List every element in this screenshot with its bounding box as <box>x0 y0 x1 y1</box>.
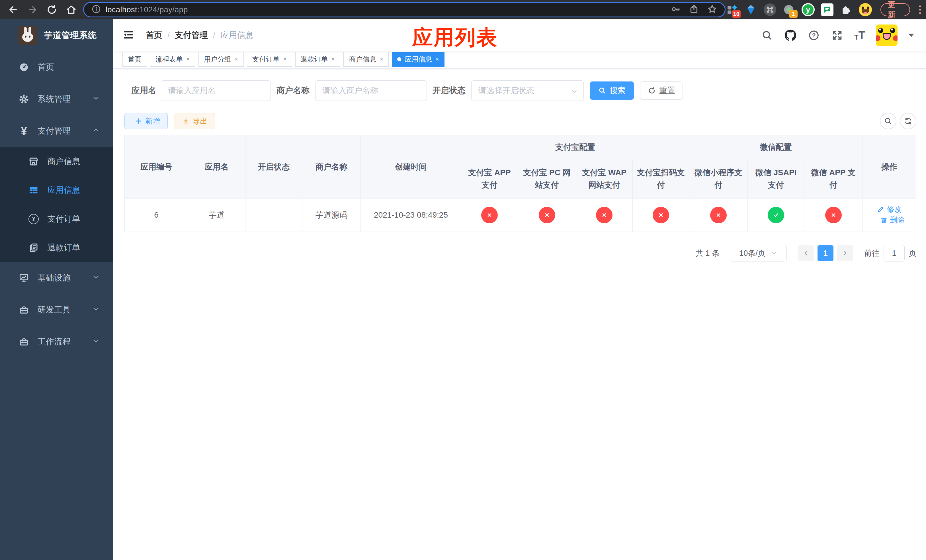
sidebar-item-app-info[interactable]: 应用信息 <box>0 176 113 204</box>
toolbox-icon <box>18 304 30 316</box>
github-icon[interactable] <box>784 29 797 42</box>
status-dot-extension-icon[interactable]: 1 <box>782 3 795 16</box>
sidebar-item-system[interactable]: 系统管理 <box>0 83 113 115</box>
col-alipay-app: 支付宝 APP 支付 <box>461 159 518 198</box>
search-button[interactable]: 搜索 <box>590 82 634 100</box>
browser-update-button[interactable]: 更新 <box>881 3 910 16</box>
prev-page-button[interactable] <box>798 245 814 261</box>
user-avatar[interactable] <box>876 24 897 46</box>
col-app-id: 应用编号 <box>125 135 188 198</box>
merchant-name-input[interactable] <box>315 80 427 101</box>
cross-circle-icon <box>710 207 727 223</box>
next-page-button[interactable] <box>837 245 853 261</box>
gem-extension-icon[interactable] <box>744 3 757 16</box>
breadcrumb: 首页 / 支付管理 / 应用信息 <box>146 30 253 41</box>
share-icon[interactable] <box>689 4 699 15</box>
command-extension-icon[interactable] <box>764 3 776 16</box>
sidebar-item-workflow[interactable]: 工作流程 <box>0 326 113 358</box>
bookmark-star-icon[interactable] <box>707 4 717 15</box>
page-unit-label: 页 <box>909 248 916 258</box>
sidebar-item-payment[interactable]: ¥ 支付管理 <box>0 115 113 147</box>
extension-badge: 10 <box>732 10 741 18</box>
cell-merchant: 芋道源码 <box>303 198 361 232</box>
page-size-select[interactable]: 10条/页 <box>730 245 787 262</box>
y-logo-extension-icon[interactable]: y <box>802 3 815 16</box>
delete-link[interactable]: 删除 <box>880 215 905 225</box>
search-icon[interactable] <box>761 29 773 42</box>
breadcrumb-payment[interactable]: 支付管理 <box>175 30 208 41</box>
password-key-icon[interactable] <box>670 4 681 15</box>
svg-text:?: ? <box>812 32 816 38</box>
site-info-icon[interactable] <box>91 4 101 15</box>
yen-icon: ¥ <box>18 125 30 137</box>
col-actions: 操作 <box>862 135 916 198</box>
col-alipay-pc: 支付宝 PC 网站支付 <box>518 159 576 198</box>
reload-icon[interactable] <box>46 4 57 15</box>
url-text[interactable]: localhost:1024/pay/app <box>106 5 670 14</box>
tab-refund-orders[interactable]: 退款订单× <box>295 52 340 67</box>
font-size-icon[interactable]: TT <box>854 30 865 41</box>
chevron-down-icon <box>92 337 100 347</box>
browser-menu-icon[interactable] <box>919 5 921 14</box>
group-wechat-config: 微信配置 <box>689 135 862 159</box>
tab-merchant-info[interactable]: 商户信息× <box>343 52 389 67</box>
cell-actions: 修改 删除 <box>862 198 916 232</box>
collections-extension-icon[interactable]: 10 <box>726 3 738 16</box>
status-select[interactable] <box>471 80 584 101</box>
sidebar-item-home[interactable]: 首页 <box>0 51 113 83</box>
app-name-label: 应用名 <box>132 85 156 96</box>
chevron-right-icon <box>841 250 849 257</box>
col-app-name: 应用名 <box>188 135 245 198</box>
reset-button[interactable]: 重置 <box>640 82 683 100</box>
merchant-name-label: 商户名称 <box>277 85 310 96</box>
sidebar-item-infrastructure[interactable]: 基础设施 <box>0 262 113 294</box>
cell-app-name: 芋道 <box>188 198 245 232</box>
close-icon[interactable]: × <box>436 56 439 62</box>
hamburger-icon[interactable] <box>123 29 135 42</box>
documents-icon <box>28 242 39 254</box>
col-created: 创建时间 <box>361 135 461 198</box>
close-icon[interactable]: × <box>331 56 335 62</box>
breadcrumb-home[interactable]: 首页 <box>146 30 162 41</box>
home-icon[interactable] <box>65 4 77 15</box>
tab-app-info[interactable]: 应用信息× <box>392 52 445 67</box>
close-icon[interactable]: × <box>380 56 383 62</box>
edit-link[interactable]: 修改 <box>877 204 902 215</box>
sidebar-item-refund-orders[interactable]: 退款订单 <box>0 233 113 262</box>
sidebar-logo-row[interactable]: 芋道管理系统 <box>0 20 113 51</box>
goto-page-input[interactable] <box>884 245 905 262</box>
tab-user-group[interactable]: 用户分组× <box>198 52 244 67</box>
cell-created: 2021-10-23 08:49:25 <box>361 198 461 232</box>
sidebar-item-pay-orders[interactable]: ¥ 支付订单 <box>0 204 113 233</box>
page-number-1[interactable]: 1 <box>817 245 834 261</box>
fullscreen-icon[interactable] <box>831 29 843 42</box>
app-name-input[interactable] <box>161 80 271 101</box>
forward-icon[interactable] <box>27 4 38 15</box>
close-icon[interactable]: × <box>186 56 190 62</box>
export-button[interactable]: 导出 <box>174 113 215 129</box>
chat-extension-icon[interactable] <box>821 3 834 16</box>
close-icon[interactable]: × <box>283 56 287 62</box>
tab-home[interactable]: 首页 <box>123 52 147 67</box>
gear-icon <box>18 94 30 105</box>
show-search-button[interactable] <box>880 113 896 129</box>
extension-badge: 1 <box>789 10 797 18</box>
table-toolbar: 新增 导出 <box>124 113 916 129</box>
profile-avatar[interactable] <box>859 3 872 16</box>
tab-process-form[interactable]: 流程表单× <box>150 52 195 67</box>
close-icon[interactable]: × <box>235 56 238 62</box>
app-title: 芋道管理系统 <box>44 30 97 41</box>
back-icon[interactable] <box>8 4 19 15</box>
sidebar-item-merchant-info[interactable]: 商户信息 <box>0 147 113 176</box>
address-bar[interactable]: localhost:1024/pay/app <box>83 2 726 17</box>
puzzle-extensions-icon[interactable] <box>840 3 853 16</box>
refresh-button[interactable] <box>900 113 916 129</box>
user-menu-caret-icon[interactable] <box>908 33 914 37</box>
tab-pay-orders[interactable]: 支付订单× <box>247 52 292 67</box>
sidebar-item-dev-tools[interactable]: 研发工具 <box>0 294 113 326</box>
chevron-down-icon <box>92 273 100 283</box>
navbar-actions: ? TT <box>761 24 926 46</box>
add-button[interactable]: 新增 <box>124 113 168 129</box>
help-icon[interactable]: ? <box>808 29 820 42</box>
goto-label: 前往 <box>864 248 879 258</box>
